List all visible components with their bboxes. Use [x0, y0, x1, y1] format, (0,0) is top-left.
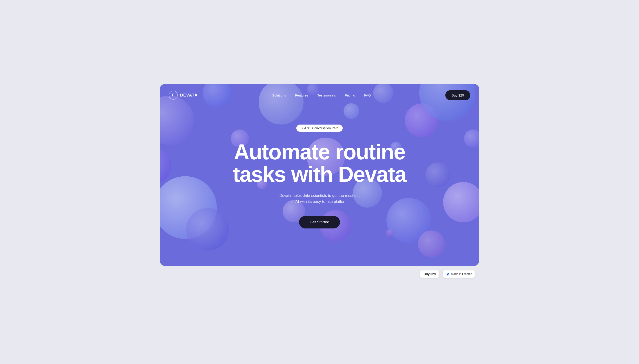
buy-button-bottom[interactable]: Buy $29 — [420, 270, 440, 278]
nav-features[interactable]: Features — [295, 93, 308, 97]
rating-text: ✦ 4.9/5 Conversation Rate — [301, 126, 338, 130]
framer-icon — [446, 272, 450, 276]
nav-faq[interactable]: FAQ — [364, 93, 371, 97]
bottom-bar: Buy $29 Made in Framer — [160, 268, 479, 280]
nav-links: Solutions Features Testimonials Pricing … — [272, 93, 371, 97]
hero-title-line2: tasks with Devata — [233, 162, 406, 186]
get-started-button[interactable]: Get Started — [299, 216, 340, 228]
logo-icon: D — [169, 91, 178, 100]
hero-subtitle-line2: of AI with its easy-to-use platform — [291, 200, 348, 204]
hero-subtitle: Devata helps data scientists to get the … — [279, 192, 359, 205]
hero-content: ✦ 4.9/5 Conversation Rate Automate routi… — [160, 106, 479, 247]
rating-badge: ✦ 4.9/5 Conversation Rate — [296, 124, 343, 132]
nav-testimonials[interactable]: Testimonials — [317, 93, 336, 97]
page-wrapper: D DEVATA Solutions Features Testimonials… — [160, 84, 479, 280]
hero-title-line1: Automate routine — [234, 140, 405, 164]
navbar: D DEVATA Solutions Features Testimonials… — [160, 84, 479, 106]
buy-button-nav[interactable]: Buy $29 — [445, 90, 470, 100]
nav-solutions[interactable]: Solutions — [272, 93, 286, 97]
logo-name: DEVATA — [180, 93, 198, 98]
hero-subtitle-line1: Devata helps data scientists to get the … — [279, 194, 359, 198]
nav-pricing[interactable]: Pricing — [345, 93, 355, 97]
logo-area: D DEVATA — [169, 91, 198, 100]
hero-title: Automate routine tasks with Devata — [233, 141, 406, 186]
hero-container: D DEVATA Solutions Features Testimonials… — [160, 84, 479, 266]
framer-label: Made in Framer — [451, 272, 472, 276]
made-in-framer-badge: Made in Framer — [443, 270, 475, 278]
